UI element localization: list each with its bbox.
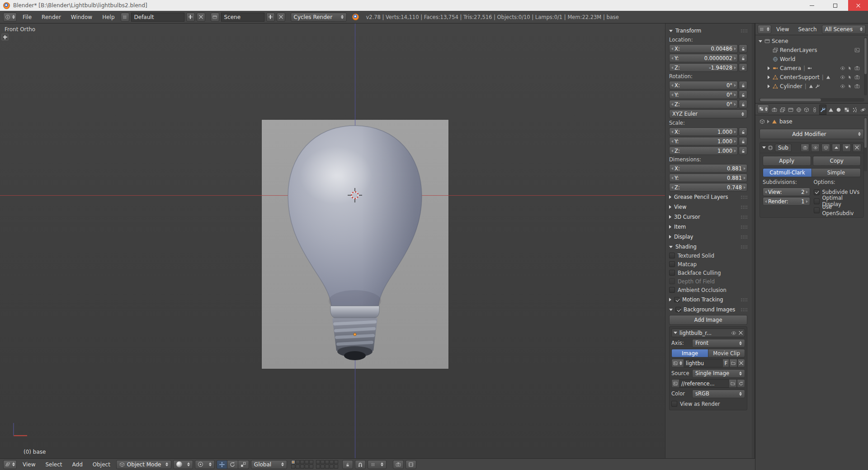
expand-icon[interactable] (759, 40, 762, 42)
scale-z-field[interactable]: Z:1.000 (669, 146, 738, 155)
expand-icon[interactable] (768, 66, 770, 70)
eye-icon[interactable] (840, 66, 845, 71)
eye-icon[interactable] (731, 330, 736, 336)
catmull-clark-button[interactable]: Catmull-Clark (763, 168, 812, 177)
panel-item[interactable]: Item (669, 222, 747, 231)
modifier-viewport-toggle[interactable] (811, 144, 820, 152)
rotation-x-lock[interactable] (739, 81, 747, 89)
tab-world[interactable] (795, 104, 802, 115)
outliner-row-scene[interactable]: Scene (758, 37, 866, 46)
view-as-render-checkbox[interactable] (671, 401, 677, 407)
remove-image-icon[interactable] (739, 331, 743, 335)
ambient-occlusion-checkbox[interactable] (669, 287, 675, 293)
layer-cell[interactable] (291, 465, 295, 469)
image-browse-button[interactable] (671, 359, 684, 367)
add-image-button[interactable]: Add Image (669, 315, 747, 325)
dimensions-z-field[interactable]: Z:0.748 (669, 183, 747, 192)
eye-icon[interactable] (840, 75, 845, 80)
layer-cell[interactable] (305, 465, 309, 469)
view-subdivisions-field[interactable]: View:2 (763, 188, 810, 196)
rotation-x-field[interactable]: X:0° (669, 81, 738, 89)
stepper-right-icon[interactable] (806, 191, 809, 193)
rotation-y-field[interactable]: Y:0° (669, 90, 738, 99)
rotation-z-field[interactable]: Z:0° (669, 100, 738, 108)
editor-type-button-info[interactable] (3, 13, 17, 22)
render-subdivisions-field[interactable]: Render:1 (763, 197, 810, 206)
unlink-image-button[interactable] (737, 359, 745, 367)
translate-manipulator-button[interactable] (217, 460, 227, 469)
layer-cell[interactable] (321, 460, 325, 464)
maximize-button[interactable] (825, 0, 845, 11)
location-x-field[interactable]: X:0.00486 (669, 44, 738, 53)
render-toggle-icon[interactable] (854, 47, 860, 53)
matcap-checkbox[interactable] (669, 261, 675, 267)
source-dropdown[interactable]: Single Image (692, 369, 745, 378)
filepath-field[interactable]: //reference... (679, 379, 729, 388)
modifier-move-down-button[interactable] (842, 144, 851, 152)
stepper-right-icon[interactable] (733, 47, 736, 50)
menu-object[interactable]: Object (89, 461, 114, 468)
menu-file[interactable]: File (19, 14, 36, 20)
location-z-lock[interactable] (739, 63, 747, 72)
3d-viewport[interactable]: Front Ortho (0) base (0, 24, 665, 458)
screen-layout-field[interactable]: Default (131, 13, 184, 22)
tab-movie-clip[interactable]: Movie Clip (708, 349, 745, 357)
stepper-left-icon[interactable] (670, 167, 674, 170)
rotation-z-lock[interactable] (739, 100, 747, 108)
outliner-row-cylinder[interactable]: Cylinder | (758, 82, 866, 91)
stepper-left-icon[interactable] (670, 150, 674, 152)
layer-cell[interactable] (334, 465, 338, 469)
scene-add-button[interactable] (266, 13, 275, 22)
modifier-header[interactable]: Sub (760, 142, 863, 153)
modifier-editmode-toggle[interactable] (821, 144, 830, 152)
outliner-row-renderlayers[interactable]: RenderLayers (758, 46, 866, 55)
stepper-right-icon[interactable] (806, 200, 809, 203)
layer-cell[interactable] (309, 465, 313, 469)
scale-x-lock[interactable] (739, 127, 747, 136)
copy-button[interactable]: Copy (813, 156, 861, 166)
panel-display[interactable]: Display (669, 232, 747, 241)
menu-select[interactable]: Select (41, 461, 66, 468)
screen-layout-add-button[interactable] (186, 13, 195, 22)
layer-cell[interactable] (321, 465, 325, 469)
dimensions-x-field[interactable]: X:0.881 (669, 164, 747, 173)
toolshelf-open-button[interactable] (1, 33, 9, 41)
axis-dropdown[interactable]: Front (692, 339, 745, 348)
stepper-left-icon[interactable] (670, 84, 674, 87)
tab-material[interactable] (835, 104, 843, 115)
render-visibility-icon[interactable] (854, 66, 860, 71)
tab-modifiers[interactable] (819, 104, 827, 115)
background-image-item-header[interactable]: lightbulb_r... (671, 329, 745, 337)
stepper-left-icon[interactable] (670, 177, 674, 179)
area-divider[interactable] (751, 24, 755, 458)
mode-dropdown[interactable]: Object Mode (116, 460, 171, 469)
stepper-left-icon[interactable] (670, 131, 674, 133)
stepper-right-icon[interactable] (733, 131, 736, 133)
dimensions-y-field[interactable]: Y:0.881 (669, 174, 747, 182)
rotate-manipulator-button[interactable] (227, 460, 238, 469)
outliner-display-mode-dropdown[interactable]: All Scenes (822, 25, 866, 34)
reload-file-button[interactable] (737, 379, 745, 388)
layer-cell[interactable] (325, 465, 329, 469)
apply-button[interactable]: Apply (763, 156, 811, 166)
location-z-field[interactable]: Z:-1.94028 (669, 63, 738, 72)
layer-cell[interactable] (330, 460, 334, 464)
pivot-point-dropdown[interactable] (195, 460, 215, 469)
background-images-checkbox[interactable] (675, 307, 681, 312)
use-opensubdiv-checkbox[interactable] (814, 207, 820, 213)
tab-particles[interactable] (851, 104, 859, 115)
editor-type-button-properties[interactable] (757, 104, 769, 113)
expand-icon[interactable] (768, 85, 770, 88)
outliner-hscrollbar[interactable] (759, 98, 864, 102)
panel-grease-pencil[interactable]: Grease Pencil Layers (669, 193, 747, 202)
stepper-right-icon[interactable] (743, 177, 746, 179)
rotation-mode-dropdown[interactable]: XYZ Euler (669, 109, 747, 118)
menu-help[interactable]: Help (98, 14, 118, 20)
modifier-name-field[interactable]: Sub (775, 144, 792, 152)
screen-layout-browse-button[interactable] (121, 13, 129, 22)
panel-3d-cursor[interactable]: 3D Cursor (669, 212, 747, 221)
screen-layout-delete-button[interactable] (197, 13, 205, 22)
tab-render-layers[interactable] (779, 104, 787, 115)
rotation-y-lock[interactable] (739, 90, 747, 99)
tab-scene[interactable] (787, 104, 795, 115)
